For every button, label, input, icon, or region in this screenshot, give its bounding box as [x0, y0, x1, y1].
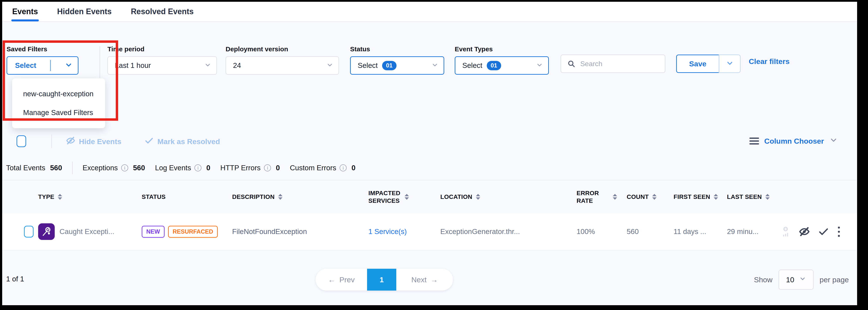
- stat-value: 0: [276, 164, 280, 172]
- event-stats-row: Total Events 560 Exceptions i 560 Log Ev…: [6, 162, 355, 174]
- row-impacted-services-link[interactable]: 1 Service(s): [368, 227, 440, 236]
- sort-icon[interactable]: [476, 194, 480, 200]
- stat-value: 560: [133, 164, 145, 172]
- metrics-add-icon[interactable]: [780, 226, 791, 237]
- save-button[interactable]: Save: [676, 55, 719, 73]
- tab-resolved-events[interactable]: Resolved Events: [131, 2, 193, 21]
- time-period-select[interactable]: Last 1 hour: [107, 56, 217, 75]
- hide-event-icon[interactable]: [799, 226, 810, 237]
- saved-filters-label: Saved Filters: [6, 46, 79, 53]
- status-filter-group: Status Select 01: [350, 46, 444, 75]
- next-page-button[interactable]: Next →: [396, 269, 453, 290]
- sort-icon[interactable]: [714, 194, 718, 200]
- select-all-checkbox[interactable]: [17, 135, 26, 147]
- status-label: Status: [350, 46, 444, 53]
- sort-icon[interactable]: [58, 194, 62, 200]
- column-header-impacted-services: IMPACTED SERVICES: [368, 189, 440, 204]
- left-arrow-icon: ←: [328, 276, 336, 284]
- column-label: TYPE: [38, 193, 54, 200]
- sort-icon[interactable]: [278, 194, 282, 200]
- deployment-version-label: Deployment version: [226, 46, 339, 53]
- column-label: STATUS: [142, 193, 166, 200]
- info-icon[interactable]: i: [121, 164, 128, 171]
- chevron-down-icon: [829, 136, 838, 146]
- dropdown-item-manage-saved-filters[interactable]: Manage Saved Filters: [12, 103, 105, 122]
- dropdown-item-saved-filter[interactable]: new-caught-exception: [12, 84, 105, 103]
- row-error-rate-cell: 100%: [577, 227, 627, 236]
- kebab-menu-icon[interactable]: [837, 226, 841, 238]
- row-description-cell: FileNotFoundException: [232, 227, 368, 236]
- stat-log-events: Log Events i 0: [155, 164, 210, 172]
- hide-events-button[interactable]: Hide Events: [66, 136, 121, 147]
- page-number-button[interactable]: 1: [367, 269, 396, 290]
- resolve-event-icon[interactable]: [818, 226, 829, 237]
- column-label: LAST SEEN: [727, 193, 762, 200]
- saved-filters-dropdown: new-caught-exception Manage Saved Filter…: [12, 78, 105, 129]
- status-badge-new: NEW: [142, 226, 164, 238]
- status-select[interactable]: Select 01: [350, 56, 444, 75]
- row-checkbox[interactable]: [24, 226, 34, 237]
- search-box[interactable]: [561, 55, 665, 73]
- row-checkbox-cell: [2, 226, 38, 237]
- page-size-select[interactable]: 10: [779, 270, 813, 290]
- next-label: Next: [411, 276, 427, 284]
- table-header: TYPE STATUS DESCRIPTION IMPACTED SERVICE…: [2, 180, 857, 213]
- chevron-down-icon[interactable]: [65, 61, 72, 70]
- chevron-down-icon: [799, 275, 806, 284]
- search-group: [561, 55, 665, 73]
- saved-filters-group: Saved Filters Select: [6, 46, 79, 75]
- hamburger-icon: [749, 138, 759, 144]
- column-chooser-button[interactable]: Column Chooser: [749, 136, 838, 146]
- stat-custom-errors: Custom Errors i 0: [290, 164, 355, 172]
- info-icon[interactable]: i: [264, 164, 271, 171]
- event-types-filter-group: Event Types Select 01: [455, 46, 549, 75]
- tab-hidden-events[interactable]: Hidden Events: [57, 2, 112, 21]
- column-chooser-label: Column Chooser: [764, 137, 824, 145]
- column-label: FIRST SEEN: [674, 193, 710, 200]
- chevron-down-icon: [431, 62, 438, 69]
- stat-value: 0: [206, 164, 210, 172]
- stats-divider: [72, 162, 72, 174]
- pagination-pill: ← Prev 1 Next →: [316, 269, 453, 290]
- column-header-type: TYPE: [38, 193, 142, 200]
- deployment-version-select[interactable]: 24: [226, 56, 339, 75]
- caught-exception-icon: [38, 223, 55, 240]
- saved-filters-select[interactable]: Select: [6, 56, 79, 75]
- column-label: DESCRIPTION: [232, 193, 275, 200]
- screenshot-frame: Events Hidden Events Resolved Events Sav…: [0, 0, 868, 310]
- sort-icon[interactable]: [613, 194, 617, 200]
- row-first-seen-cell: 11 days ...: [674, 227, 727, 236]
- mark-as-resolved-button[interactable]: Mark as Resolved: [144, 136, 220, 147]
- tab-events[interactable]: Events: [12, 2, 38, 21]
- page-size-value: 10: [786, 276, 794, 284]
- stat-label: Exceptions: [83, 164, 118, 172]
- status-value: Select: [358, 61, 378, 69]
- search-input[interactable]: [580, 60, 652, 68]
- chevron-down-icon: [726, 59, 734, 68]
- prev-page-button[interactable]: ← Prev: [316, 269, 367, 290]
- sort-icon[interactable]: [765, 194, 770, 200]
- eye-slash-icon: [66, 136, 75, 147]
- stat-exceptions: Exceptions i 560: [83, 164, 145, 172]
- status-count-badge: 01: [382, 61, 397, 70]
- event-types-select[interactable]: Select 01: [455, 56, 549, 75]
- right-arrow-icon: →: [431, 276, 438, 284]
- sort-icon[interactable]: [405, 194, 409, 200]
- content-area: Saved Filters Select new-caught-exceptio…: [2, 22, 857, 305]
- show-label: Show: [754, 276, 773, 284]
- page-summary: 1 of 1: [6, 275, 24, 283]
- info-icon[interactable]: i: [194, 164, 202, 171]
- stat-http-errors: HTTP Errors i 0: [220, 164, 280, 172]
- save-dropdown-button[interactable]: [719, 55, 741, 73]
- clear-filters-link[interactable]: Clear filters: [749, 57, 789, 66]
- sort-icon[interactable]: [652, 194, 656, 200]
- table-row: Caught Excepti... NEW RESURFACED FileNot…: [2, 213, 857, 250]
- row-status-cell: NEW RESURFACED: [142, 226, 232, 238]
- deployment-version-group: Deployment version 24: [226, 46, 339, 75]
- column-header-error-rate: ERROR RATE: [577, 189, 627, 204]
- tab-bar: Events Hidden Events Resolved Events: [2, 2, 857, 22]
- row-last-seen-cell: 29 minu...: [727, 227, 780, 236]
- info-icon[interactable]: i: [340, 164, 347, 171]
- row-type-cell: Caught Excepti...: [38, 223, 142, 240]
- event-types-count-badge: 01: [487, 61, 501, 70]
